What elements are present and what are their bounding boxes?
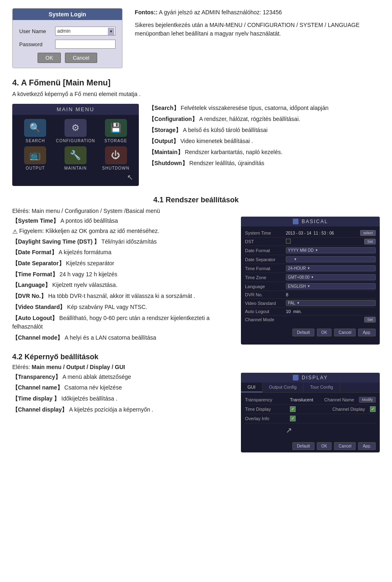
date-format-key: 【Date Format】 [12,249,57,255]
channelmode-set-btn[interactable]: Set [364,317,376,322]
overlayinfo-row-value: ✓ [290,416,376,421]
dst-checkbox[interactable] [286,239,291,244]
channel-mode-desc: 【Channel mode】 A helyi és a LAN csatorna… [12,334,233,342]
display-tab-gui[interactable]: GUI [241,383,263,392]
basical-row-timeformat: Time Format 24-HOUR ▼ [245,264,376,273]
warning-line: ⚠ Figyelem: Klikkeljen az OK gombra az i… [12,228,233,235]
language-text: Kijelzett nyelv választása. [52,282,118,288]
systemtime-select-btn[interactable]: select [360,230,376,236]
timezone-label: Time Zone [245,275,286,280]
login-title: System Login [13,9,122,20]
display-tab-outputconfig[interactable]: Output Config [263,383,304,392]
display-cancel-btn[interactable]: Cancel [334,442,356,450]
section4-desc: A következő képernyő a Fő menü elemeit m… [12,91,380,97]
username-dropdown-arrow[interactable]: ▼ [108,28,114,35]
channeldisplay-checkbox[interactable]: ✓ [370,406,376,412]
transparency-desc: 【Transparency】 A menü ablak áttetszősége [12,373,233,382]
main-menu-section: MAIN MENU 🔍 SEARCH ⚙ CONFIGURATION 💾 STO… [12,104,380,186]
section42-body: 【Transparency】 A menü ablak áttetszősége… [12,373,380,452]
basical-rows: System Time 2013 - 03 - 14 11 : 53 : 06 … [241,226,380,326]
mm-maintain[interactable]: 🔧 MAINTAIN [56,146,95,170]
storage-key: 【Storage】 [149,127,181,133]
timedisplay-row-value: ✓ Channel Display ✓ [290,406,376,412]
channel-mode-text: A helyi és a LAN csatorna beállítása [65,334,156,341]
language-dropdown[interactable]: ENGLISH ▼ [286,283,376,289]
systemtime-label: System Time [245,231,286,235]
dst-label: DST [245,239,286,244]
language-key: 【Language】 [12,282,51,288]
overlayinfo-checkbox[interactable]: ✓ [290,416,296,421]
intro-text: Fontos:: A gyári jelszó az ADMIN felhasz… [135,8,380,68]
section41-header: 4.1 Rendszer beállítások [12,196,380,204]
dst-set-btn[interactable]: Set [364,239,376,244]
timezone-dropdown[interactable]: GMT+08:00 ▼ [286,274,376,280]
basical-app-btn[interactable]: App. [358,329,376,336]
section4-header: 4. A Főmenü [Main Menu] [12,78,380,87]
dvrno-label: DVR No. [245,292,286,297]
dvr-no-text: Ha több DVR-t használ, akkor itt válassz… [48,293,195,299]
dst-key: 【Daylight Saving Time (DST) 】 [12,238,100,245]
mm-storage[interactable]: 💾 STORAGE [98,119,133,143]
mm-search-label: SEARCH [26,139,45,143]
basical-row-dst: DST Set [245,237,376,246]
display-ok-btn[interactable]: OK [317,442,332,450]
intro-line1-rest: A gyári jelszó az ADMIN felhasználóhoz: … [159,9,282,16]
cursor-icon: ↖ [127,173,133,182]
maintain-icon: 🔧 [65,146,87,164]
basical-ok-btn[interactable]: OK [317,329,332,336]
mm-config[interactable]: ⚙ CONFIGURATION [56,119,95,143]
password-input[interactable] [55,40,116,49]
channel-name-desc: 【Channel name】 Csatorna név kijelzése [12,383,233,392]
maintain-key: 【Maintain】 [149,149,183,155]
display-default-btn[interactable]: Default [292,442,314,450]
timedisplay-checkbox[interactable]: ✓ [290,406,296,412]
output-desc: Video kimenetek beállításai . [180,138,253,144]
basical-row-channelmode: Channel Mode Set [245,316,376,324]
mm-shutdown-label: SHUTDOWN [102,166,129,170]
search-key: 【Search】 [149,105,179,111]
display-title: DISPLAY [241,373,380,383]
mm-output[interactable]: 📺 OUTPUT [18,146,53,170]
display-tab-tourconfig[interactable]: Tour Config [303,383,340,392]
section42-eleres: Elérés: Main menu / Output / Display / G… [12,364,380,370]
basical-title-icon [293,219,298,224]
basical-cancel-btn[interactable]: Cancel [334,329,356,336]
datesep-value: ▼ [286,256,376,262]
timeformat-label: Time Format [245,266,286,271]
video-std-desc: 【Video Standard】 Kép szabvány PAL vagy N… [12,303,233,312]
mm-search[interactable]: 🔍 SEARCH [18,119,53,143]
basical-row-timezone: Time Zone GMT+08:00 ▼ [245,273,376,282]
menu-desc-output: 【Output】 Video kimenetek beállításai . [149,137,380,146]
channel-name-modify-btn[interactable]: Modify [359,397,376,403]
display-app-btn[interactable]: App. [358,442,376,450]
mm-shutdown[interactable]: ⏻ SHUTDOWN [98,146,133,170]
timeformat-dropdown[interactable]: 24-HOUR ▼ [286,265,376,271]
basical-default-btn[interactable]: Default [292,329,314,336]
channel-display-key: 【Channel display】 [12,406,67,413]
password-row: Password [19,40,116,49]
transparency-text: A menü ablak áttetszősége [62,374,131,380]
display-tabs: GUI Output Config Tour Config [241,383,380,393]
dateformat-value: YYYY MM DD ▼ [286,247,376,253]
menu-desc-config: 【Configuration】 A rendszer, hálózat, rög… [149,115,380,123]
intro-line2: Sikeres bejelentkezés után a MAIN-MENU /… [135,21,380,38]
username-label: User Name [19,28,52,34]
mm-maintain-label: MAINTAIN [64,166,87,170]
warning-icon: ⚠ [12,228,18,235]
cancel-button[interactable]: Cancel [65,53,97,63]
display-row-overlayinfo: Overlay Info ✓ [245,414,376,423]
section41-left: 【System Time】 A pontos idő beállítása ⚠ … [12,217,233,345]
username-input[interactable]: admin ▼ [55,27,116,36]
videostd-dropdown[interactable]: PAL ▼ [286,300,376,306]
transparency-key: 【Transparency】 [12,374,61,380]
ok-button[interactable]: OK [38,53,61,63]
timeformat-value: 24-HOUR ▼ [286,265,376,271]
basical-row-videostd: Video Standard PAL ▼ [245,299,376,308]
autologout-label: Auto Logout [245,309,286,314]
datesep-dropdown[interactable]: ▼ [286,256,376,262]
config-key: 【Configuration】 [149,116,198,122]
dst-text: Téli/nyári időszámítás [101,238,156,245]
mm-storage-label: STORAGE [105,139,127,143]
section42-eleres-bold: Main menu / Output / Display / GUI [31,364,125,370]
dateformat-dropdown[interactable]: YYYY MM DD ▼ [286,247,376,253]
